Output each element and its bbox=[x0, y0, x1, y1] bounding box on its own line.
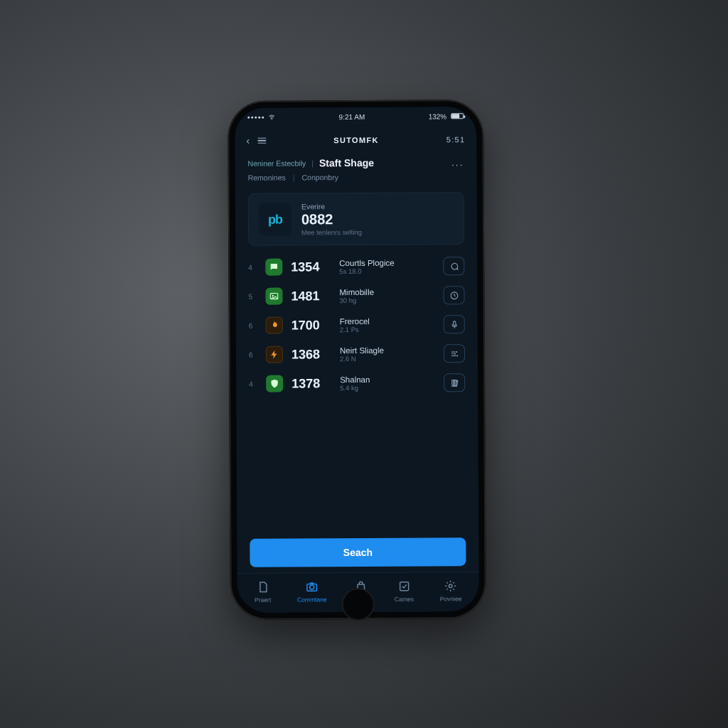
page-title: Staft Shage bbox=[319, 157, 374, 168]
tabbar-item[interactable]: Cames bbox=[395, 579, 414, 603]
row-title: Neirt Sliagle bbox=[340, 346, 435, 355]
row-detail: 2.6 N bbox=[340, 354, 435, 363]
row-title: Shalnan bbox=[340, 375, 435, 384]
titlebar-clock: 5:51 bbox=[446, 135, 466, 144]
row-detail: 5.4 kg bbox=[340, 383, 435, 392]
row-index: 4 bbox=[248, 263, 257, 271]
row-title: Mimobille bbox=[339, 287, 434, 296]
tabbar-label: Povniee bbox=[440, 595, 462, 602]
tab-conponbry[interactable]: Conponbry bbox=[301, 173, 338, 181]
summary-card[interactable]: pb Everire 0882 Mee tenlenrs selting bbox=[248, 192, 464, 246]
app-title: SUTOMFK bbox=[333, 136, 378, 144]
row-action-button[interactable] bbox=[443, 257, 464, 275]
tabbar-item[interactable]: Commtane bbox=[297, 579, 327, 603]
home-button[interactable] bbox=[342, 588, 375, 621]
tabbar-label: Cames bbox=[395, 596, 414, 603]
list-item[interactable]: 51481Mimobille30 hg bbox=[248, 281, 464, 311]
row-index: 6 bbox=[249, 350, 257, 358]
list-item[interactable]: 61368Neirt Sliagle2.6 N bbox=[249, 339, 465, 370]
brand-logo: pb bbox=[259, 203, 291, 235]
more-icon[interactable]: ... bbox=[451, 156, 464, 168]
card-label: Everire bbox=[301, 202, 362, 210]
row-action-button[interactable] bbox=[444, 373, 465, 392]
row-detail: 30 hg bbox=[340, 296, 435, 304]
row-number: 1700 bbox=[291, 318, 331, 333]
row-action-button[interactable] bbox=[444, 315, 465, 333]
row-detail: 5s 18.0 bbox=[339, 267, 434, 275]
row-index: 5 bbox=[249, 292, 257, 300]
results-list: 41354Courtls Plogice5s 18.051481Mimobill… bbox=[235, 252, 478, 532]
list-item[interactable]: 61700Frerocel2.1 Ps bbox=[249, 310, 465, 341]
tabbar-item[interactable]: Praert bbox=[255, 580, 271, 604]
card-value: 0882 bbox=[301, 211, 362, 228]
screen: 9:21 AM 132% ‹ SUTOMFK 5:51 Neniner Este… bbox=[235, 107, 479, 613]
chat-icon bbox=[265, 259, 282, 276]
wifi-icon bbox=[268, 114, 275, 121]
signal-dots-icon bbox=[247, 116, 264, 118]
row-number: 1354 bbox=[291, 259, 331, 274]
row-number: 1481 bbox=[291, 289, 331, 304]
row-number: 1368 bbox=[291, 347, 331, 362]
check-icon bbox=[396, 579, 412, 594]
battery-icon bbox=[451, 113, 464, 119]
tab-remonines[interactable]: Remonines bbox=[248, 173, 286, 182]
back-icon[interactable]: ‹ bbox=[246, 135, 250, 146]
row-index: 4 bbox=[249, 380, 257, 387]
shield-icon bbox=[266, 375, 283, 392]
camera-icon bbox=[304, 579, 320, 594]
subheader: Neniner Estecbily | Staft Shage ... bbox=[235, 154, 476, 171]
row-title: Courtls Plogice bbox=[339, 258, 434, 267]
gear-icon bbox=[443, 579, 459, 593]
sub-tabs: Remonines | Conponbry bbox=[235, 169, 477, 189]
tabbar-item[interactable]: Povniee bbox=[440, 579, 462, 602]
row-number: 1378 bbox=[291, 376, 331, 391]
search-button[interactable]: Seach bbox=[250, 537, 466, 567]
tabbar-label: Commtane bbox=[297, 596, 327, 603]
row-index: 6 bbox=[249, 321, 257, 329]
doc-icon bbox=[255, 580, 271, 594]
list-item[interactable]: 41378Shalnan5.4 kg bbox=[249, 368, 465, 399]
battery-pct: 132% bbox=[429, 112, 447, 120]
flame-icon bbox=[266, 317, 283, 334]
titlebar: ‹ SUTOMFK 5:51 bbox=[235, 125, 476, 155]
row-title: Frerocel bbox=[340, 316, 435, 326]
photo-icon bbox=[265, 288, 282, 305]
list-item[interactable]: 41354Courtls Plogice5s 18.0 bbox=[248, 252, 464, 282]
status-bar: 9:21 AM 132% bbox=[235, 107, 476, 127]
row-action-button[interactable] bbox=[443, 286, 464, 304]
status-time: 9:21 AM bbox=[339, 112, 365, 120]
bolt-icon bbox=[266, 346, 283, 363]
menu-icon[interactable] bbox=[257, 137, 266, 144]
card-sub: Mee tenlenrs selting bbox=[301, 228, 362, 236]
phone-frame: 9:21 AM 132% ‹ SUTOMFK 5:51 Neniner Este… bbox=[228, 100, 486, 620]
row-detail: 2.1 Ps bbox=[340, 325, 435, 333]
row-action-button[interactable] bbox=[444, 344, 465, 363]
breadcrumb-link[interactable]: Neniner Estecbily bbox=[248, 159, 306, 167]
tabbar-label: Praert bbox=[255, 596, 271, 604]
